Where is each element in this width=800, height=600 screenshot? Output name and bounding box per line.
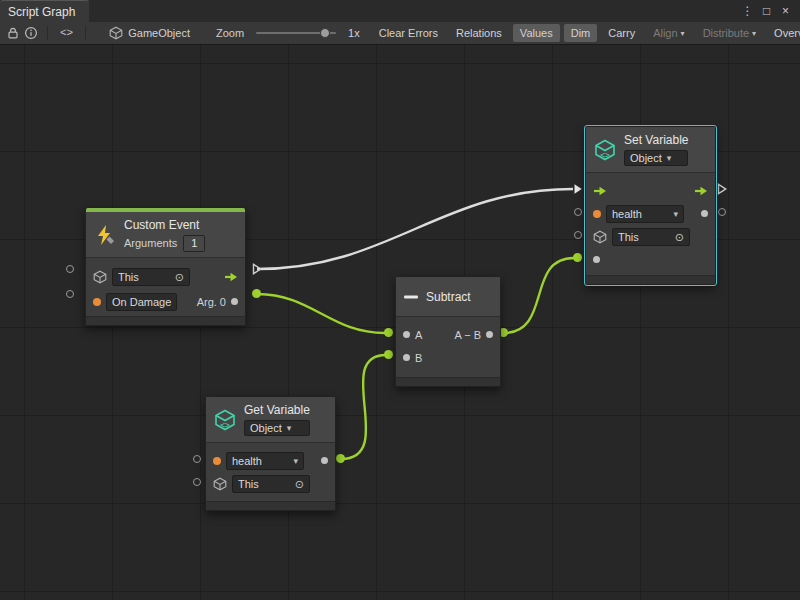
- target-object-value: This: [618, 230, 639, 244]
- info-icon[interactable]: [24, 26, 38, 40]
- variable-name-row: health ▾: [206, 449, 335, 472]
- variable-scope-dropdown[interactable]: Object ▾: [244, 420, 310, 436]
- graph-canvas[interactable]: Custom Event Arguments 1 This ⊙: [0, 45, 800, 600]
- variable-name-value: health: [232, 454, 262, 468]
- gameobject-cube-icon: [93, 270, 107, 284]
- input-b-port-dot[interactable]: [403, 354, 410, 361]
- node-header[interactable]: Subtract: [396, 277, 500, 317]
- unconnected-input-port[interactable]: [574, 208, 582, 216]
- variable-scope-dropdown[interactable]: Object ▾: [624, 150, 688, 166]
- unconnected-output-port[interactable]: [718, 208, 726, 216]
- get-variable-output-wire-port[interactable]: [336, 454, 345, 463]
- carry-button[interactable]: Carry: [601, 24, 642, 42]
- node-set-variable[interactable]: Set Variable Object ▾ health: [585, 126, 716, 285]
- zoom-slider-handle[interactable]: [320, 28, 330, 38]
- event-name-row: On Damage Arg. 0: [86, 289, 245, 314]
- variable-name-port[interactable]: [213, 457, 221, 465]
- window-maximize-icon[interactable]: □: [758, 1, 775, 21]
- input-a-label: A: [415, 329, 422, 341]
- gameobject-cube-icon: [593, 230, 607, 244]
- target-row: This ⊙: [586, 225, 715, 248]
- subtract-input-b-wire-port[interactable]: [384, 350, 393, 359]
- align-button[interactable]: Align ▾: [646, 24, 691, 42]
- input-a-port-dot[interactable]: [403, 331, 410, 338]
- values-button[interactable]: Values: [513, 24, 560, 42]
- target-object-field[interactable]: This ⊙: [232, 475, 310, 493]
- gameobject-label: GameObject: [128, 27, 190, 39]
- node-footer: [396, 377, 500, 386]
- unconnected-input-port[interactable]: [66, 290, 74, 298]
- tab-title: Script Graph: [8, 5, 75, 19]
- arguments-count-field[interactable]: 1: [183, 235, 205, 252]
- subtract-row-b: B: [396, 346, 500, 369]
- zoom-slider[interactable]: [256, 32, 336, 34]
- flow-output-icon[interactable]: [224, 272, 238, 282]
- node-header[interactable]: Get Variable Object ▾: [206, 397, 335, 443]
- variable-name-value: health: [612, 207, 642, 221]
- target-object-field[interactable]: This ⊙: [112, 268, 190, 286]
- gameobject-cube-icon: [213, 477, 227, 491]
- window-close-icon[interactable]: ×: [777, 1, 794, 21]
- gameobject-reference[interactable]: GameObject: [109, 26, 190, 40]
- tab-script-graph[interactable]: Script Graph: [0, 0, 89, 22]
- variable-scope-value: Object: [630, 151, 662, 165]
- event-name-value: On Damage: [112, 295, 171, 309]
- arg0-port-dot[interactable]: [231, 298, 238, 305]
- wire-subtract-to-set-variable-value[interactable]: [503, 258, 574, 333]
- output-port-dot[interactable]: [486, 331, 493, 338]
- unconnected-input-port[interactable]: [574, 231, 582, 239]
- variable-cube-icon: [593, 138, 617, 162]
- target-object-value: This: [118, 270, 139, 284]
- chevron-down-icon: ▾: [752, 29, 756, 38]
- chevron-down-icon: ▾: [667, 151, 672, 165]
- target-picker-icon: ⊙: [675, 230, 684, 244]
- value-output-port-dot[interactable]: [321, 457, 328, 464]
- wire-get-variable-to-subtract-b[interactable]: [341, 355, 386, 459]
- node-custom-event[interactable]: Custom Event Arguments 1 This ⊙: [85, 207, 246, 326]
- value-output-port-dot[interactable]: [701, 210, 708, 217]
- clear-errors-button[interactable]: Clear Errors: [372, 24, 445, 42]
- target-object-field[interactable]: This ⊙: [612, 228, 690, 246]
- chevron-down-icon: ▾: [293, 454, 298, 468]
- variable-scope-value: Object: [250, 421, 282, 435]
- dim-button[interactable]: Dim: [564, 24, 598, 42]
- value-input-port-dot[interactable]: [593, 256, 600, 263]
- node-footer: [206, 501, 335, 510]
- chevron-down-icon: ▾: [673, 207, 678, 221]
- variable-name-port[interactable]: [593, 210, 601, 218]
- distribute-button[interactable]: Distribute ▾: [696, 24, 763, 42]
- toolbar-separator: [85, 26, 86, 40]
- set-variable-value-wire-port[interactable]: [573, 253, 582, 262]
- wire-arg0-to-subtract-a[interactable]: [257, 294, 385, 333]
- subtract-input-a-wire-port[interactable]: [384, 328, 393, 337]
- flow-row: [586, 179, 715, 202]
- variable-name-row: health ▾: [586, 202, 715, 225]
- code-icon[interactable]: <>: [57, 27, 76, 39]
- node-subtract[interactable]: Subtract A A − B B: [395, 276, 501, 387]
- unconnected-input-port[interactable]: [193, 455, 201, 463]
- node-header[interactable]: Custom Event Arguments 1: [86, 212, 245, 258]
- flow-input-wire-port[interactable]: [573, 183, 583, 195]
- variable-name-dropdown[interactable]: health ▾: [226, 452, 304, 470]
- zoom-value: 1x: [348, 27, 360, 39]
- relations-button[interactable]: Relations: [449, 24, 509, 42]
- lock-icon[interactable]: [6, 26, 20, 40]
- node-get-variable[interactable]: Get Variable Object ▾ health ▾: [205, 396, 336, 511]
- unconnected-input-port[interactable]: [66, 265, 74, 273]
- flow-output-port-outline[interactable]: [717, 183, 727, 195]
- variable-name-dropdown[interactable]: health ▾: [606, 205, 684, 223]
- wire-flow-custom-event-to-set-variable[interactable]: [257, 189, 573, 269]
- flow-output-icon[interactable]: [694, 186, 708, 196]
- event-name-field[interactable]: On Damage: [106, 293, 177, 311]
- arguments-label: Arguments: [124, 237, 177, 249]
- flow-input-icon[interactable]: [593, 186, 607, 196]
- event-name-port[interactable]: [93, 298, 101, 306]
- flow-output-wire-port[interactable]: [252, 263, 262, 275]
- node-header[interactable]: Set Variable Object ▾: [586, 127, 715, 173]
- window-menu-icon[interactable]: ⋮: [739, 1, 756, 21]
- overview-button[interactable]: Overview: [767, 24, 800, 42]
- graph-toolbar: <> GameObject Zoom 1x Clear Errors Relat…: [0, 22, 800, 45]
- target-row: This ⊙: [206, 472, 335, 495]
- unconnected-input-port[interactable]: [193, 478, 201, 486]
- arg0-wire-port[interactable]: [252, 289, 261, 298]
